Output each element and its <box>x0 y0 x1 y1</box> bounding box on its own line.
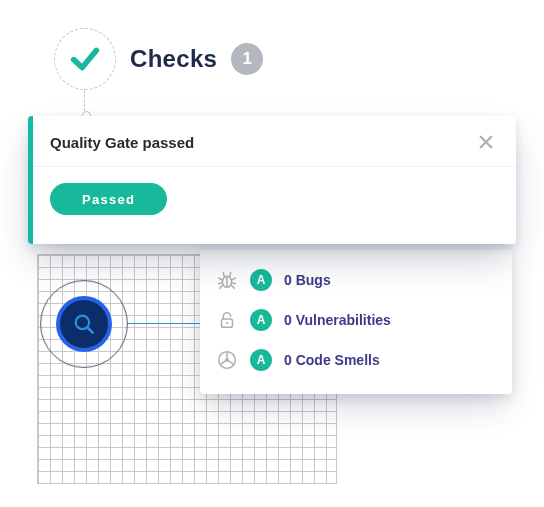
check-circle <box>54 28 116 90</box>
header-connector <box>84 90 85 116</box>
card-body: Passed <box>28 167 516 231</box>
magnify-connector-line <box>128 323 200 324</box>
svg-point-5 <box>226 322 228 324</box>
metric-row-bugs[interactable]: A 0 Bugs <box>216 260 494 300</box>
card-title: Quality Gate passed <box>50 134 194 151</box>
quality-gate-card: Quality Gate passed Passed <box>28 116 516 244</box>
metric-row-vulnerabilities[interactable]: A 0 Vulnerabilities <box>216 300 494 340</box>
check-icon <box>68 42 102 76</box>
checks-count-badge: 1 <box>231 43 263 75</box>
metric-grade-badge: A <box>250 269 272 291</box>
checks-header: Checks 1 <box>54 28 263 90</box>
card-accent-bar <box>28 116 33 244</box>
magnify-outer-ring <box>40 280 128 368</box>
metric-row-code-smells[interactable]: A 0 Code Smells <box>216 340 494 380</box>
checks-title: Checks <box>130 45 217 73</box>
magnify-badge <box>56 296 112 352</box>
card-header: Quality Gate passed <box>28 116 516 167</box>
metric-label: 0 Bugs <box>284 272 331 288</box>
close-button[interactable] <box>476 132 496 152</box>
metric-grade-badge: A <box>250 349 272 371</box>
unlock-icon <box>216 309 238 331</box>
radiation-icon <box>216 349 238 371</box>
bug-icon <box>216 269 238 291</box>
svg-line-1 <box>87 327 92 332</box>
status-pill[interactable]: Passed <box>50 183 167 215</box>
metric-label: 0 Vulnerabilities <box>284 312 391 328</box>
metric-label: 0 Code Smells <box>284 352 380 368</box>
metric-grade-badge: A <box>250 309 272 331</box>
close-icon <box>477 133 495 151</box>
magnify-icon <box>71 311 97 337</box>
metrics-panel: A 0 Bugs A 0 Vulnerabilities <box>200 244 512 394</box>
